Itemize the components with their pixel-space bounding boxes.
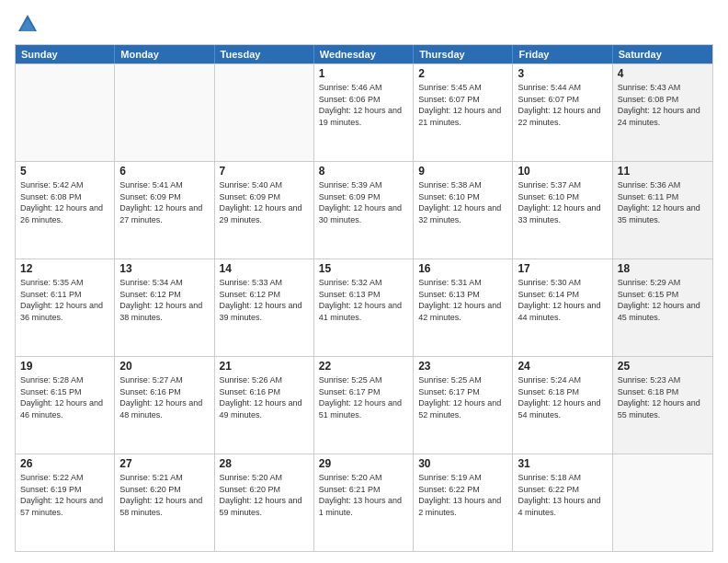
- calendar-cell: 14Sunrise: 5:33 AM Sunset: 6:12 PM Dayli…: [215, 259, 314, 356]
- calendar-week: 12Sunrise: 5:35 AM Sunset: 6:11 PM Dayli…: [16, 259, 712, 356]
- day-number: 16: [418, 262, 507, 275]
- day-number: 26: [20, 457, 109, 470]
- day-number: 13: [119, 262, 209, 275]
- day-info: Sunrise: 5:29 AM Sunset: 6:15 PM Dayligh…: [618, 277, 708, 323]
- day-info: Sunrise: 5:35 AM Sunset: 6:11 PM Dayligh…: [20, 277, 109, 323]
- calendar-cell: 30Sunrise: 5:19 AM Sunset: 6:22 PM Dayli…: [414, 454, 513, 551]
- day-number: 18: [618, 262, 708, 275]
- day-number: 1: [319, 67, 408, 80]
- day-number: 30: [418, 457, 507, 470]
- calendar-cell: 31Sunrise: 5:18 AM Sunset: 6:22 PM Dayli…: [513, 454, 612, 551]
- day-info: Sunrise: 5:18 AM Sunset: 6:22 PM Dayligh…: [518, 472, 607, 518]
- calendar-cell: 12Sunrise: 5:35 AM Sunset: 6:11 PM Dayli…: [16, 259, 115, 356]
- day-info: Sunrise: 5:33 AM Sunset: 6:12 PM Dayligh…: [220, 277, 309, 323]
- day-number: 24: [518, 360, 607, 373]
- calendar-week: 19Sunrise: 5:28 AM Sunset: 6:15 PM Dayli…: [16, 356, 712, 454]
- calendar-cell: 15Sunrise: 5:32 AM Sunset: 6:13 PM Dayli…: [314, 259, 414, 356]
- day-number: 3: [518, 67, 607, 80]
- calendar-header-cell: Friday: [513, 45, 612, 63]
- day-info: Sunrise: 5:43 AM Sunset: 6:08 PM Dayligh…: [618, 82, 708, 128]
- calendar-cell: 5Sunrise: 5:42 AM Sunset: 6:08 PM Daylig…: [16, 162, 115, 259]
- calendar-cell: 17Sunrise: 5:30 AM Sunset: 6:14 PM Dayli…: [513, 259, 612, 356]
- calendar-week: 1Sunrise: 5:46 AM Sunset: 6:06 PM Daylig…: [16, 63, 712, 161]
- calendar-cell: 22Sunrise: 5:25 AM Sunset: 6:17 PM Dayli…: [314, 357, 414, 454]
- day-info: Sunrise: 5:26 AM Sunset: 6:16 PM Dayligh…: [220, 374, 309, 420]
- day-info: Sunrise: 5:45 AM Sunset: 6:07 PM Dayligh…: [418, 82, 507, 128]
- calendar-header-cell: Tuesday: [215, 45, 314, 63]
- day-number: 7: [220, 165, 309, 178]
- calendar-cell: 8Sunrise: 5:39 AM Sunset: 6:09 PM Daylig…: [314, 162, 414, 259]
- calendar-cell: 20Sunrise: 5:27 AM Sunset: 6:16 PM Dayli…: [115, 357, 214, 454]
- calendar-cell: 21Sunrise: 5:26 AM Sunset: 6:16 PM Dayli…: [215, 357, 314, 454]
- day-info: Sunrise: 5:39 AM Sunset: 6:09 PM Dayligh…: [319, 179, 408, 225]
- day-info: Sunrise: 5:21 AM Sunset: 6:20 PM Dayligh…: [119, 472, 209, 518]
- calendar-cell: 9Sunrise: 5:38 AM Sunset: 6:10 PM Daylig…: [414, 162, 513, 259]
- day-info: Sunrise: 5:25 AM Sunset: 6:17 PM Dayligh…: [418, 374, 507, 420]
- day-number: 25: [618, 360, 708, 373]
- logo: [15, 11, 44, 37]
- calendar-cell: 23Sunrise: 5:25 AM Sunset: 6:17 PM Dayli…: [414, 357, 513, 454]
- calendar-cell: 11Sunrise: 5:36 AM Sunset: 6:11 PM Dayli…: [613, 162, 712, 259]
- calendar-cell: 25Sunrise: 5:23 AM Sunset: 6:18 PM Dayli…: [613, 357, 712, 454]
- day-number: 23: [418, 360, 507, 373]
- day-info: Sunrise: 5:20 AM Sunset: 6:21 PM Dayligh…: [319, 472, 408, 518]
- calendar-week: 26Sunrise: 5:22 AM Sunset: 6:19 PM Dayli…: [16, 454, 712, 551]
- day-info: Sunrise: 5:23 AM Sunset: 6:18 PM Dayligh…: [618, 374, 708, 420]
- calendar-cell: 24Sunrise: 5:24 AM Sunset: 6:18 PM Dayli…: [513, 357, 612, 454]
- calendar-cell: 2Sunrise: 5:45 AM Sunset: 6:07 PM Daylig…: [414, 64, 513, 161]
- day-number: 27: [119, 457, 209, 470]
- calendar: SundayMondayTuesdayWednesdayThursdayFrid…: [15, 44, 713, 552]
- day-info: Sunrise: 5:22 AM Sunset: 6:19 PM Dayligh…: [20, 472, 109, 518]
- day-number: 29: [319, 457, 408, 470]
- day-info: Sunrise: 5:24 AM Sunset: 6:18 PM Dayligh…: [518, 374, 607, 420]
- calendar-cell: 13Sunrise: 5:34 AM Sunset: 6:12 PM Dayli…: [115, 259, 214, 356]
- day-info: Sunrise: 5:37 AM Sunset: 6:10 PM Dayligh…: [518, 179, 607, 225]
- calendar-cell: [613, 454, 712, 551]
- calendar-cell: 10Sunrise: 5:37 AM Sunset: 6:10 PM Dayli…: [513, 162, 612, 259]
- day-number: 14: [220, 262, 309, 275]
- calendar-header-cell: Sunday: [16, 45, 115, 63]
- page: SundayMondayTuesdayWednesdayThursdayFrid…: [0, 0, 728, 563]
- calendar-cell: 28Sunrise: 5:20 AM Sunset: 6:20 PM Dayli…: [215, 454, 314, 551]
- day-number: 10: [518, 165, 607, 178]
- day-info: Sunrise: 5:42 AM Sunset: 6:08 PM Dayligh…: [20, 179, 109, 225]
- day-info: Sunrise: 5:28 AM Sunset: 6:15 PM Dayligh…: [20, 374, 109, 420]
- day-info: Sunrise: 5:34 AM Sunset: 6:12 PM Dayligh…: [119, 277, 209, 323]
- day-number: 11: [618, 165, 708, 178]
- day-number: 2: [418, 67, 507, 80]
- day-info: Sunrise: 5:44 AM Sunset: 6:07 PM Dayligh…: [518, 82, 607, 128]
- logo-icon: [15, 11, 40, 37]
- day-number: 8: [319, 165, 408, 178]
- day-number: 20: [119, 360, 209, 373]
- day-number: 4: [618, 67, 708, 80]
- day-info: Sunrise: 5:31 AM Sunset: 6:13 PM Dayligh…: [418, 277, 507, 323]
- calendar-cell: 4Sunrise: 5:43 AM Sunset: 6:08 PM Daylig…: [613, 64, 712, 161]
- calendar-cell: 26Sunrise: 5:22 AM Sunset: 6:19 PM Dayli…: [16, 454, 115, 551]
- day-number: 28: [220, 457, 309, 470]
- day-info: Sunrise: 5:32 AM Sunset: 6:13 PM Dayligh…: [319, 277, 408, 323]
- day-info: Sunrise: 5:36 AM Sunset: 6:11 PM Dayligh…: [618, 179, 708, 225]
- day-number: 15: [319, 262, 408, 275]
- day-info: Sunrise: 5:46 AM Sunset: 6:06 PM Dayligh…: [319, 82, 408, 128]
- day-info: Sunrise: 5:41 AM Sunset: 6:09 PM Dayligh…: [119, 179, 209, 225]
- calendar-cell: 29Sunrise: 5:20 AM Sunset: 6:21 PM Dayli…: [314, 454, 414, 551]
- calendar-week: 5Sunrise: 5:42 AM Sunset: 6:08 PM Daylig…: [16, 161, 712, 259]
- day-number: 12: [20, 262, 109, 275]
- calendar-header-cell: Thursday: [414, 45, 513, 63]
- day-info: Sunrise: 5:27 AM Sunset: 6:16 PM Dayligh…: [119, 374, 209, 420]
- day-number: 17: [518, 262, 607, 275]
- calendar-cell: [16, 64, 115, 161]
- calendar-cell: 27Sunrise: 5:21 AM Sunset: 6:20 PM Dayli…: [115, 454, 214, 551]
- calendar-cell: 6Sunrise: 5:41 AM Sunset: 6:09 PM Daylig…: [115, 162, 214, 259]
- day-number: 21: [220, 360, 309, 373]
- calendar-header-cell: Wednesday: [314, 45, 414, 63]
- day-number: 19: [20, 360, 109, 373]
- calendar-cell: [115, 64, 214, 161]
- calendar-cell: 3Sunrise: 5:44 AM Sunset: 6:07 PM Daylig…: [513, 64, 612, 161]
- calendar-cell: 19Sunrise: 5:28 AM Sunset: 6:15 PM Dayli…: [16, 357, 115, 454]
- calendar-body: 1Sunrise: 5:46 AM Sunset: 6:06 PM Daylig…: [16, 63, 712, 551]
- day-number: 6: [119, 165, 209, 178]
- day-number: 5: [20, 165, 109, 178]
- calendar-cell: 16Sunrise: 5:31 AM Sunset: 6:13 PM Dayli…: [414, 259, 513, 356]
- day-info: Sunrise: 5:19 AM Sunset: 6:22 PM Dayligh…: [418, 472, 507, 518]
